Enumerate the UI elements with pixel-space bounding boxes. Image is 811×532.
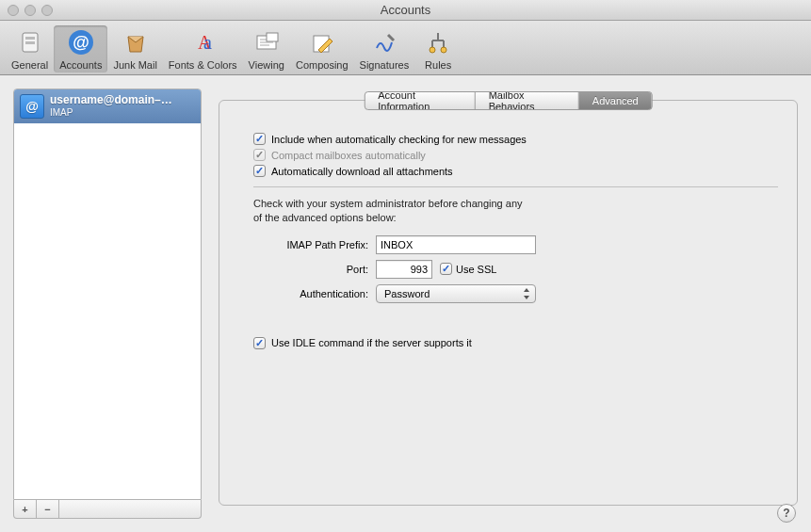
- imap-prefix-row: IMAP Path Prefix:: [253, 235, 778, 254]
- toolbar-label: Junk Mail: [113, 59, 156, 71]
- auth-select[interactable]: Password: [376, 284, 536, 303]
- imap-prefix-label: IMAP Path Prefix:: [253, 239, 376, 250]
- toolbar-label: General: [11, 59, 48, 71]
- include-check-row[interactable]: Include when automatically checking for …: [253, 133, 778, 145]
- fonts-icon: Aa: [187, 27, 218, 57]
- svg-point-13: [430, 47, 435, 53]
- tab-advanced[interactable]: Advanced: [579, 92, 652, 109]
- toolbar-general[interactable]: General: [6, 25, 54, 73]
- toolbar-accounts[interactable]: @ Accounts: [54, 25, 107, 73]
- titlebar: Accounts: [0, 0, 811, 21]
- toolbar-viewing[interactable]: Viewing: [243, 25, 290, 73]
- toolbar-label: Rules: [425, 59, 451, 71]
- toolbar-label: Signatures: [360, 59, 410, 71]
- account-type: IMAP: [50, 107, 172, 119]
- svg-rect-11: [267, 33, 278, 41]
- toolbar-label: Composing: [296, 59, 349, 71]
- account-text: username@domain–… IMAP: [50, 94, 172, 118]
- compact-row: Compact mailboxes automatically: [253, 149, 778, 161]
- compose-icon: [307, 27, 337, 57]
- auth-value: Password: [384, 288, 430, 299]
- toolbar-fonts-colors[interactable]: Aa Fonts & Colors: [163, 25, 243, 73]
- admin-hint: Check with your system administrator bef…: [253, 197, 611, 226]
- toolbar-label: Fonts & Colors: [169, 59, 237, 71]
- footer-spacer: [59, 500, 201, 518]
- toolbar-junk-mail[interactable]: Junk Mail: [107, 25, 162, 73]
- switch-icon: [15, 27, 45, 57]
- main-panel-area: Account Information Mailbox Behaviors Ad…: [219, 89, 798, 519]
- tab-account-information[interactable]: Account Information: [365, 92, 475, 109]
- remove-account-button[interactable]: −: [37, 500, 59, 518]
- svg-rect-1: [25, 37, 35, 40]
- at-icon: @: [66, 27, 96, 57]
- rules-icon: [423, 27, 453, 57]
- svg-text:a: a: [203, 32, 212, 53]
- toolbar-label: Viewing: [249, 59, 284, 71]
- auth-row: Authentication: Password: [253, 284, 778, 303]
- port-row: Port: Use SSL: [253, 260, 778, 279]
- autodl-row[interactable]: Automatically download all attachments: [253, 165, 778, 177]
- panel-tabs: Account Information Mailbox Behaviors Ad…: [364, 91, 653, 110]
- toolbar-composing[interactable]: Composing: [290, 25, 354, 73]
- account-row[interactable]: @ username@domain–… IMAP: [14, 89, 201, 123]
- svg-text:@: @: [73, 33, 89, 52]
- toolbar-signatures[interactable]: Signatures: [354, 25, 415, 73]
- svg-point-14: [441, 47, 446, 53]
- hint-line1: Check with your system administrator bef…: [253, 198, 523, 209]
- preferences-toolbar: General @ Accounts Junk Mail Aa Fonts & …: [0, 21, 811, 75]
- accounts-sidebar: @ username@domain–… IMAP + −: [13, 89, 202, 519]
- idle-row[interactable]: Use IDLE command if the server supports …: [253, 337, 778, 349]
- checkbox-use-ssl[interactable]: [440, 263, 452, 275]
- checkbox-autodl[interactable]: [253, 165, 266, 177]
- imap-prefix-input[interactable]: [376, 235, 536, 254]
- port-input[interactable]: [376, 260, 432, 279]
- toolbar-label: Accounts: [59, 59, 102, 71]
- svg-text:@: @: [25, 99, 39, 114]
- hint-line2: of the advanced options below:: [253, 212, 397, 223]
- viewing-icon: [251, 27, 282, 57]
- use-ssl-label: Use SSL: [456, 264, 496, 275]
- svg-rect-2: [25, 41, 35, 44]
- settings-panel: Account Information Mailbox Behaviors Ad…: [219, 100, 798, 506]
- at-icon: @: [20, 94, 44, 119]
- include-check-label: Include when automatically checking for …: [271, 134, 527, 145]
- account-list[interactable]: @ username@domain–… IMAP: [13, 89, 202, 500]
- port-label: Port:: [253, 264, 376, 275]
- checkbox-compact: [253, 149, 266, 161]
- advanced-panel: Include when automatically checking for …: [238, 123, 778, 349]
- tab-mailbox-behaviors[interactable]: Mailbox Behaviors: [476, 92, 579, 109]
- account-name: username@domain–…: [50, 94, 172, 107]
- checkbox-include[interactable]: [253, 133, 266, 145]
- window-title: Accounts: [0, 3, 811, 17]
- toolbar-rules[interactable]: Rules: [414, 25, 462, 73]
- junk-icon: [121, 27, 151, 57]
- help-button[interactable]: ?: [777, 504, 796, 523]
- account-list-footer: + −: [13, 500, 202, 519]
- divider: [253, 186, 778, 187]
- signature-icon: [369, 27, 399, 57]
- checkbox-idle[interactable]: [253, 337, 266, 349]
- add-account-button[interactable]: +: [14, 500, 37, 518]
- idle-label: Use IDLE command if the server supports …: [271, 337, 472, 348]
- auth-label: Authentication:: [253, 288, 376, 299]
- autodl-label: Automatically download all attachments: [271, 166, 453, 177]
- compact-label: Compact mailboxes automatically: [271, 150, 426, 161]
- content-area: @ username@domain–… IMAP + − Account Inf…: [0, 75, 811, 532]
